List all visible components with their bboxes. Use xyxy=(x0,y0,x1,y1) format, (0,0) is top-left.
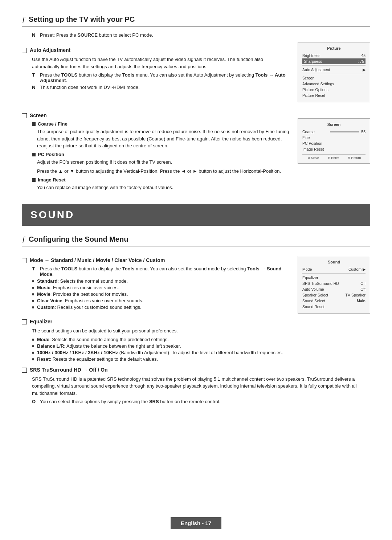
mode-bullet-custom: Custom: Recalls your customized sound se… xyxy=(32,304,290,310)
screen-menu-image: Screen Coarse 55 Fine PC Position Image … xyxy=(298,107,370,164)
picture-menu-image: Picture Brightness45 Sharpness: 75 Auto … xyxy=(298,42,370,102)
pc-position-body2: Press the ▲ or ▼ button to adjusting the… xyxy=(37,168,290,175)
preset-note-row: N Preset: Press the SOURCE button to sel… xyxy=(32,32,370,38)
auto-t1-row: T Press the TOOLS button to display the … xyxy=(32,72,290,83)
checkbox-srs xyxy=(22,368,27,373)
screen-header: Screen xyxy=(22,112,290,118)
sound-mode-section: Mode → Standard / Music / Movie / Clear … xyxy=(22,252,370,314)
auto-n1-row: N This function does not work in DVI-HDM… xyxy=(32,85,290,90)
sound-menu-speaker: Speaker SelectTV Speaker xyxy=(302,292,366,298)
eq-bullet-reset: Reset: Resets the equalizer settings to … xyxy=(32,356,370,362)
image-reset-body: You can replace all image settings with … xyxy=(37,184,290,191)
mode-bullet-movie: Movie: Provides the best sound for movie… xyxy=(32,291,290,297)
equalizer-section: Equalizer The sound settings can be adju… xyxy=(22,319,370,362)
pc-section-title: ƒ Setting up the TV with your PC xyxy=(22,15,370,26)
coarse-fine-header: Coarse / Fine xyxy=(32,121,290,127)
srs-o1-row: O You can select these options by simply… xyxy=(32,399,370,404)
sound-menu-autovol: Auto VolumeOff xyxy=(302,286,366,292)
mode-t1-row: T Press the TOOLS button to display the … xyxy=(32,266,290,277)
equalizer-header: Equalizer xyxy=(22,319,370,324)
menu-brightness: Brightness45 xyxy=(302,53,366,58)
menu-advanced: Advanced Settings xyxy=(302,81,366,87)
screen-menu-imgreset: Image Reset xyxy=(302,146,366,152)
screen-menu-pcpos: PC Position xyxy=(302,140,366,146)
sound-menu-reset: Sound Reset xyxy=(302,304,366,310)
sound-menu-soundsel: Sound SelectMain xyxy=(302,298,366,304)
srs-section: SRS TruSurround HD → Off / On SRS TruSur… xyxy=(22,367,370,405)
sound-section-title: ƒ Configuring the Sound Menu xyxy=(22,234,370,246)
screen-menu-coarse: Coarse 55 xyxy=(302,129,366,135)
menu-pic-reset: Picture Reset xyxy=(302,93,366,98)
mode-bullet-music: Music: Emphasizes music over voices. xyxy=(32,285,290,290)
srs-header: SRS TruSurround HD → Off / On xyxy=(22,367,370,373)
eq-bullet-hz: 100Hz / 300Hz / 1KHz / 3KHz / 10KHz (Ban… xyxy=(32,350,370,355)
mode-header: Mode → Standard / Music / Movie / Clear … xyxy=(22,257,290,263)
srs-body1: SRS TruSurround HD is a patented SRS tec… xyxy=(32,376,370,397)
checkbox-auto xyxy=(22,48,27,53)
page-footer: English - 17 xyxy=(0,517,392,529)
screen-menu-fine: Fine xyxy=(302,135,366,140)
eq-bullet-mode: Mode: Selects the sound mode among the p… xyxy=(32,337,370,342)
sound-menu-equalizer: Equalizer xyxy=(302,275,366,281)
menu-auto-adj: Auto Adjustment▶ xyxy=(302,67,366,73)
eq-bullet-balance: Balance L/R: Adjusts the balance between… xyxy=(32,343,370,349)
checkbox-mode xyxy=(22,258,27,263)
sound-menu-image: Sound ModeCustom ▶ Equalizer SRS TruSurr… xyxy=(298,252,370,314)
sound-menu-srs: SRS TruSurround HDOff xyxy=(302,281,366,286)
equalizer-body: The sound settings can be adjusted to su… xyxy=(32,327,370,335)
checkbox-screen xyxy=(22,113,27,118)
footer-badge: English - 17 xyxy=(171,517,221,529)
pc-position-header: PC Position xyxy=(32,152,290,157)
pc-position-body1: Adjust the PC's screen positioning if it… xyxy=(37,159,290,166)
menu-sharpness: Sharpness: 75 xyxy=(302,58,366,64)
sound-menu-mode: ModeCustom ▶ xyxy=(302,266,366,272)
menu-screen: Screen xyxy=(302,75,366,81)
black-sq-bullet xyxy=(32,122,36,126)
menu-pic-options: Picture Options xyxy=(302,87,366,93)
image-reset-header: Image Reset xyxy=(32,177,290,183)
auto-adjustment-body: Use the Auto Adjust function to have the… xyxy=(32,56,290,70)
mode-bullet-standard: Standard: Selects the normal sound mode. xyxy=(32,278,290,284)
auto-adjustment-header: Auto Adjustment xyxy=(22,47,290,53)
mode-bullet-clearvoice: Clear Voice: Emphasizes voice over other… xyxy=(32,298,290,303)
checkbox-equalizer xyxy=(22,319,27,324)
coarse-fine-body: The purpose of picture quality adjustmen… xyxy=(37,128,290,150)
black-sq-bullet-2 xyxy=(32,153,36,156)
black-sq-bullet-3 xyxy=(32,178,36,182)
sound-banner: SOUND xyxy=(22,204,370,226)
